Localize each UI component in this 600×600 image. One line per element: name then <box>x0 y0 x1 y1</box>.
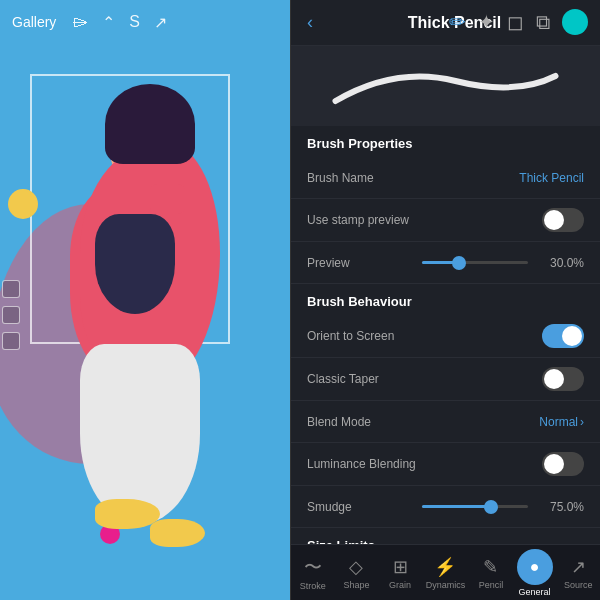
brush-panel: ‹ Thick Pencil Brush Properties Brush Na… <box>290 0 600 600</box>
smudge-tool-icon[interactable]: ✦ <box>478 10 495 34</box>
char-pants <box>80 344 200 524</box>
stamp-preview-knob <box>544 210 564 230</box>
right-icons: ✏ ✦ ◻ ⧉ <box>449 9 588 35</box>
luminance-toggle[interactable] <box>542 452 584 476</box>
stroke-tab-label: Stroke <box>300 581 326 591</box>
dynamics-tab-icon: ⚡ <box>434 556 456 578</box>
source-tab-icon: ↗ <box>571 556 586 578</box>
preview-thumb[interactable] <box>452 256 466 270</box>
source-tab-label: Source <box>564 580 593 590</box>
move-tool-icon[interactable]: ↗ <box>154 13 167 32</box>
layers-tool-icon[interactable]: ⧉ <box>536 11 550 34</box>
character <box>50 84 270 584</box>
stroke-preview <box>291 46 600 126</box>
tab-general[interactable]: ● General <box>517 549 553 597</box>
undo-icon[interactable] <box>2 332 20 350</box>
left-side-panel <box>0 280 22 350</box>
setting-orient-screen: Orient to Screen <box>291 315 600 358</box>
shape-tab-icon: ◇ <box>349 556 363 578</box>
section-brush-behaviour: Brush Behaviour <box>291 284 600 315</box>
selection-tool-icon[interactable]: ⌃ <box>102 13 115 32</box>
tab-source[interactable]: ↗ Source <box>560 556 596 590</box>
panel-content: ‹ Thick Pencil Brush Properties Brush Na… <box>291 0 600 544</box>
pencil-tab-label: Pencil <box>479 580 504 590</box>
smudge-track <box>422 505 529 508</box>
smudge-thumb[interactable] <box>484 500 498 514</box>
classic-taper-label: Classic Taper <box>307 372 542 386</box>
grain-tab-label: Grain <box>389 580 411 590</box>
setting-blend-mode: Blend Mode Normal › <box>291 401 600 443</box>
setting-classic-taper: Classic Taper <box>291 358 600 401</box>
char-mug <box>150 184 185 214</box>
setting-brush-name: Brush Name Thick Pencil <box>291 157 600 199</box>
preview-value: 30.0% <box>544 256 584 270</box>
blend-mode-text: Normal <box>539 415 578 429</box>
stamp-preview-label: Use stamp preview <box>307 213 542 227</box>
tab-grain[interactable]: ⊞ Grain <box>382 556 418 590</box>
tab-dynamics[interactable]: ⚡ Dynamics <box>426 556 466 590</box>
char-shoe-right <box>150 519 205 547</box>
canvas-area <box>0 0 300 600</box>
blend-mode-chevron: › <box>580 415 584 429</box>
shape-tab-label: Shape <box>343 580 369 590</box>
grain-tab-icon: ⊞ <box>393 556 408 578</box>
setting-smudge: Smudge 75.0% <box>291 486 600 528</box>
preview-track <box>422 261 529 264</box>
smudge-slider[interactable] <box>422 505 529 508</box>
setting-stamp-preview: Use stamp preview <box>291 199 600 242</box>
preview-slider[interactable] <box>422 261 529 264</box>
setting-luminance: Luminance Blending <box>291 443 600 486</box>
color-picker[interactable] <box>562 9 588 35</box>
deco-circle-yellow <box>8 189 38 219</box>
char-hair <box>105 84 195 164</box>
luminance-label: Luminance Blending <box>307 457 542 471</box>
dynamics-tab-label: Dynamics <box>426 580 466 590</box>
pencil-tab-icon: ✎ <box>483 556 498 578</box>
tab-stroke[interactable]: 〜 Stroke <box>295 555 331 591</box>
section-brush-properties: Brush Properties <box>291 126 600 157</box>
tab-bar: 〜 Stroke ◇ Shape ⊞ Grain ⚡ Dynamics ✎ Pe… <box>291 544 600 600</box>
smudge-value: 75.0% <box>544 500 584 514</box>
classic-taper-toggle[interactable] <box>542 367 584 391</box>
orient-screen-label: Orient to Screen <box>307 329 542 343</box>
modify-tool-icon[interactable]: ⌲ <box>72 13 88 31</box>
smudge-label: Smudge <box>307 500 414 514</box>
gallery-button[interactable]: Gallery <box>12 14 56 30</box>
general-tab-circle: ● <box>517 549 553 585</box>
brush-name-value[interactable]: Thick Pencil <box>519 171 584 185</box>
stroke-tab-icon: 〜 <box>304 555 322 579</box>
eraser-tool-icon[interactable]: ◻ <box>507 10 524 34</box>
adjustments-icon[interactable] <box>2 306 20 324</box>
tool-icons: ⌲ ⌃ S ↗ <box>72 13 167 32</box>
orient-screen-toggle[interactable] <box>542 324 584 348</box>
orient-screen-knob <box>562 326 582 346</box>
preview-label: Preview <box>307 256 414 270</box>
illustration <box>0 44 300 600</box>
section-size-limits: Size Limits <box>291 528 600 544</box>
transform-tool-icon[interactable]: S <box>129 13 140 31</box>
stamp-preview-toggle[interactable] <box>542 208 584 232</box>
luminance-knob <box>544 454 564 474</box>
layers-icon[interactable] <box>2 280 20 298</box>
setting-preview: Preview 30.0% <box>291 242 600 284</box>
tab-pencil[interactable]: ✎ Pencil <box>473 556 509 590</box>
top-toolbar: Gallery ⌲ ⌃ S ↗ ✏ ✦ ◻ ⧉ <box>0 0 600 44</box>
tab-shape[interactable]: ◇ Shape <box>338 556 374 590</box>
smudge-fill <box>422 505 491 508</box>
char-top <box>95 214 175 314</box>
brush-name-label: Brush Name <box>307 171 511 185</box>
general-tab-icon: ● <box>530 558 540 576</box>
blend-mode-label: Blend Mode <box>307 415 539 429</box>
brush-tool-icon[interactable]: ✏ <box>449 10 466 34</box>
classic-taper-knob <box>544 369 564 389</box>
general-tab-label: General <box>519 587 551 597</box>
stroke-svg <box>311 56 580 116</box>
blend-mode-value[interactable]: Normal › <box>539 415 584 429</box>
